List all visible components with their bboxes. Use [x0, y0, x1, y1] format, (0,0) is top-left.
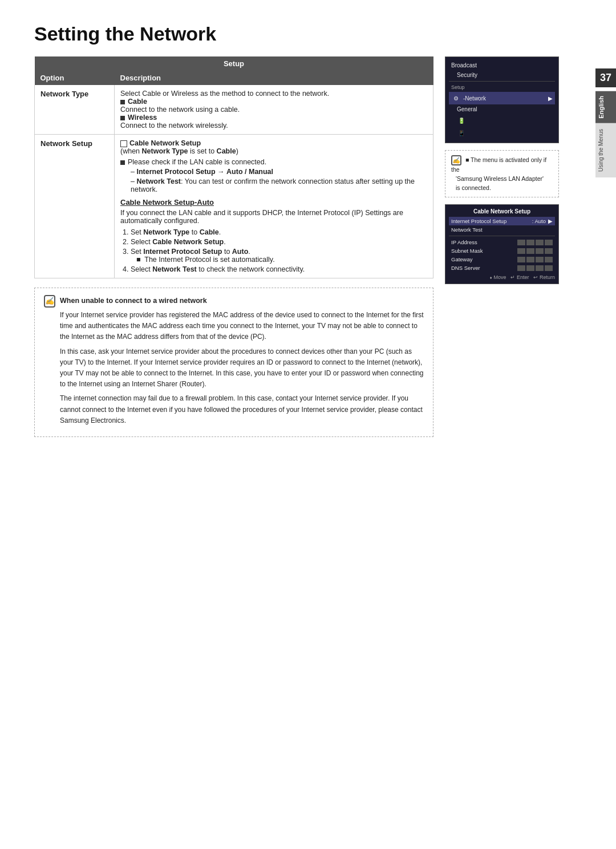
- cnm-gateway: Gateway: [449, 255, 555, 264]
- item2-icon: 🔋: [457, 116, 466, 125]
- cnm-block-9: [517, 257, 525, 262]
- page-title: Setting the Network: [34, 23, 559, 45]
- steps-list: Set Network Type to Cable. Select Cable …: [131, 228, 427, 273]
- when-note: (when Network Type is set to Cable): [120, 147, 238, 155]
- mockup-security: Security: [449, 70, 555, 80]
- wireless-note-line2: 'Samsung Wireless LAN Adapter': [456, 175, 544, 182]
- network-menu-label: -Network: [463, 95, 548, 102]
- setup-small-label: Setup: [451, 84, 465, 90]
- main-content: Setting the Network Setup Option Descrip…: [34, 23, 559, 437]
- step-4: Select Network Test to check the network…: [131, 265, 427, 273]
- dash-item-2: – Network Test: You can test or confirm …: [131, 177, 427, 193]
- cnm-ip-label: Internet Protocol Setup: [451, 218, 506, 224]
- cnm-footer: ⬧ Move ↵ Enter ↩ Return: [449, 274, 555, 280]
- checkbox-icon: [120, 140, 127, 147]
- cnm-subnet-value: [517, 248, 553, 254]
- page-number: 37: [595, 68, 616, 87]
- footer-return: ↩ Return: [533, 274, 555, 280]
- cnm-ip-address: IP Address: [449, 238, 555, 246]
- cnm-block-12: [545, 257, 553, 262]
- step-1: Set Network Type to Cable.: [131, 228, 427, 236]
- square-bullet-1: [120, 160, 125, 165]
- mockup-divider-1: [449, 81, 555, 82]
- network-arrow: ▶: [548, 95, 553, 102]
- cable-desc: Connect to the network using a cable.: [120, 106, 240, 114]
- footer-enter: ↵ Enter: [510, 274, 529, 280]
- cnm-subnet: Subnet Mask: [449, 246, 555, 255]
- cnm-block-3: [536, 240, 544, 245]
- cnm-title: Cable Network Setup: [449, 208, 555, 215]
- note-icon: ✍: [44, 295, 55, 308]
- note-text-content: When unable to connect to a wired networ…: [60, 295, 424, 430]
- desc-network-setup: Cable Network Setup (when Network Type i…: [115, 135, 433, 278]
- cable-bullet: [120, 100, 125, 104]
- cnm-subnet-label: Subnet Mask: [451, 248, 483, 254]
- wireless-note-line3: is connected.: [456, 184, 491, 191]
- mockup-broadcast: Broadcast: [449, 60, 555, 70]
- note-para-1: If your Internet service provider has re…: [60, 310, 424, 343]
- general-label: General: [457, 106, 553, 112]
- step-3: Set Internet Protocol Setup to Auto. ■ T…: [131, 248, 427, 264]
- col-option: Option: [35, 71, 115, 85]
- cnm-network-test: Network Test: [449, 225, 555, 234]
- cnm-block-5: [517, 248, 525, 254]
- right-column: Broadcast Security Setup ⚙ -Network ▶ Ge…: [445, 56, 559, 284]
- mockup-item-2: 🔋: [449, 114, 555, 127]
- desc-network-type: Select Cable or Wireless as the method t…: [115, 85, 433, 135]
- cnm-ipa-label: IP Address: [451, 239, 477, 245]
- cnm-block-4: [545, 240, 553, 245]
- dash-item-1: – Internet Protocol Setup → Auto / Manua…: [131, 168, 427, 176]
- note-para-3: The internet connection may fail due to …: [60, 393, 424, 426]
- cnm-block-1: [517, 240, 525, 245]
- mockup-network-row: ⚙ -Network ▶: [449, 92, 555, 104]
- network-icon: ⚙: [451, 94, 460, 103]
- mockup-setup-label: Setup: [449, 83, 555, 92]
- cnm-dns-label: DNS Server: [451, 265, 480, 271]
- mockup-general: General: [449, 104, 555, 114]
- note-box-content: ✍ When unable to connect to a wired netw…: [44, 295, 424, 430]
- wireless-note-icon: ✍: [451, 155, 461, 165]
- cnm-dns: DNS Server: [449, 264, 555, 272]
- cnm-nt-label: Network Test: [451, 227, 483, 233]
- cnm-gateway-value: [517, 257, 553, 262]
- auto-description: If you connect the LAN cable and it supp…: [120, 209, 427, 225]
- lan-check-text: Please check if the LAN cable is connect…: [128, 158, 266, 166]
- wireless-label: Wireless: [128, 114, 157, 122]
- cnm-dns-value: [517, 265, 553, 271]
- cnm-block-2: [526, 240, 534, 245]
- cnm-block-15: [536, 265, 544, 271]
- setup-header: Setup: [35, 56, 433, 71]
- cnm-block-11: [536, 257, 544, 262]
- broadcast-label: Broadcast: [451, 62, 553, 68]
- note-box: ✍ When unable to connect to a wired netw…: [34, 288, 433, 437]
- cnm-ip-value: : Auto ▶: [532, 218, 553, 224]
- wireless-desc: Connect to the network wirelessly.: [120, 122, 228, 130]
- step-2: Select Cable Network Setup.: [131, 238, 427, 246]
- cnm-block-8: [545, 248, 553, 254]
- setup-table: Setup Option Description Network Type Se…: [34, 56, 433, 278]
- tv-menu-mockup: Broadcast Security Setup ⚙ -Network ▶ Ge…: [445, 56, 559, 143]
- cnm-ip-auto: : Auto: [532, 218, 546, 224]
- wireless-bullet: [120, 116, 125, 120]
- mockup-item-3: 📱: [449, 127, 555, 139]
- cnm-block-6: [526, 248, 534, 254]
- side-labels: English Using the Menus: [595, 91, 616, 177]
- cnm-ip-arrow: ▶: [548, 218, 553, 224]
- col-description: Description: [115, 71, 433, 85]
- note-para-2: In this case, ask your Internet service …: [60, 346, 424, 390]
- using-menus-label: Using the Menus: [595, 123, 616, 177]
- item3-icon: 📱: [457, 128, 466, 138]
- left-column: Setup Option Description Network Type Se…: [34, 56, 433, 437]
- option-network-setup: Network Setup: [35, 135, 115, 278]
- cnm-block-13: [517, 265, 525, 271]
- network-type-desc-line1: Select Cable or Wireless as the method t…: [120, 90, 329, 98]
- cnm-block-14: [526, 265, 534, 271]
- note-title: When unable to connect to a wired networ…: [60, 295, 424, 306]
- footer-move: ⬧ Move: [489, 274, 506, 280]
- cnm-internet-protocol: Internet Protocol Setup : Auto ▶: [449, 217, 555, 225]
- cable-network-setup-mockup: Cable Network Setup Internet Protocol Se…: [445, 204, 559, 284]
- cnm-block-10: [526, 257, 534, 262]
- auto-note: ■ The Internet Protocol is set automatic…: [136, 256, 275, 264]
- cable-network-setup-label: Cable Network Setup: [129, 139, 201, 147]
- cnm-ipa-value: [517, 240, 553, 245]
